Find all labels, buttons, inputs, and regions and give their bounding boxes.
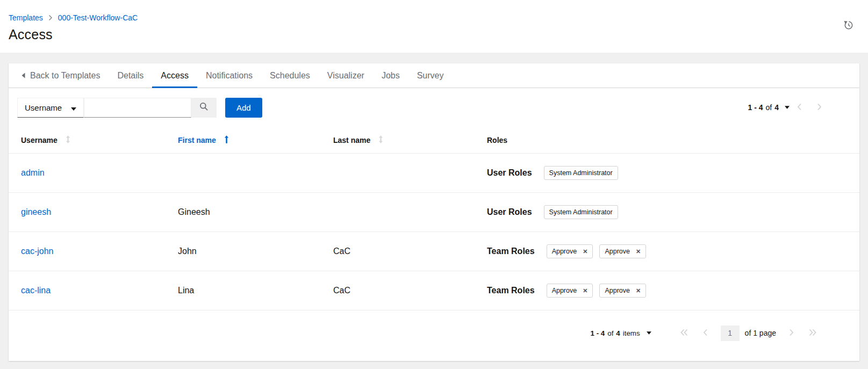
roles-cell: Team Roles Approve ✕ Approve ✕ bbox=[487, 244, 859, 258]
first-name-cell: Lina bbox=[178, 286, 333, 295]
last-name-cell: CaC bbox=[333, 286, 487, 295]
angle-right-icon bbox=[817, 103, 822, 112]
filter-key-select[interactable]: Username bbox=[17, 98, 84, 118]
tab-survey[interactable]: Survey bbox=[408, 63, 453, 88]
table-row: admin User Roles System Administrator bbox=[9, 154, 859, 193]
search-icon bbox=[199, 102, 209, 113]
tab-details[interactable]: Details bbox=[109, 63, 152, 88]
sort-arrows-icon bbox=[378, 135, 384, 145]
angle-double-right-icon bbox=[809, 329, 816, 338]
roles-cell: User Roles System Administrator bbox=[487, 205, 859, 219]
role-chip: Approve ✕ bbox=[599, 284, 646, 298]
toolbar: Username Add 1 - 4 of 4 bbox=[9, 88, 859, 127]
tab-back-to-templates[interactable]: Back to Templates bbox=[13, 63, 109, 88]
table-header-row: Username First name Last name Roles bbox=[9, 127, 859, 154]
tab-visualizer[interactable]: Visualizer bbox=[319, 63, 373, 88]
username-link[interactable]: cac-john bbox=[21, 247, 53, 256]
page-header: Templates 000-Test-Workflow-CaC Access bbox=[0, 0, 868, 53]
breadcrumb: Templates 000-Test-Workflow-CaC bbox=[9, 13, 859, 22]
column-header-first-name[interactable]: First name bbox=[178, 135, 333, 145]
close-icon: ✕ bbox=[583, 287, 587, 294]
first-name-cell: Gineesh bbox=[178, 207, 333, 217]
history-icon bbox=[843, 19, 854, 32]
breadcrumb-link-current-template[interactable]: 000-Test-Workflow-CaC bbox=[58, 13, 138, 22]
username-link[interactable]: admin bbox=[21, 168, 45, 177]
table-row: cac-john John CaC Team Roles Approve ✕ A… bbox=[9, 232, 859, 271]
role-chip: System Administrator bbox=[544, 166, 618, 180]
role-chip: Approve ✕ bbox=[547, 244, 593, 258]
tab-notifications[interactable]: Notifications bbox=[197, 63, 261, 88]
role-chip: System Administrator bbox=[544, 205, 618, 219]
roles-cell: User Roles System Administrator bbox=[487, 166, 859, 180]
pagination-top: 1 - 4 of 4 bbox=[748, 99, 851, 117]
table-row: gineesh Gineesh User Roles System Admini… bbox=[9, 193, 859, 232]
access-panel: Back to Templates Details Access Notific… bbox=[9, 63, 859, 361]
first-name-cell: John bbox=[178, 247, 333, 256]
role-chip: Approve ✕ bbox=[547, 284, 593, 298]
history-button[interactable] bbox=[842, 19, 855, 32]
roles-type-label: User Roles bbox=[487, 207, 532, 217]
column-header-username[interactable]: Username bbox=[9, 135, 178, 145]
table-row: cac-lina Lina CaC Team Roles Approve ✕ A… bbox=[9, 271, 859, 310]
tab-access[interactable]: Access bbox=[152, 63, 197, 88]
search-input[interactable] bbox=[84, 98, 191, 118]
angle-right-icon bbox=[789, 329, 794, 338]
pagination-prev-page-button[interactable] bbox=[695, 324, 715, 342]
roles-cell: Team Roles Approve ✕ Approve ✕ bbox=[487, 284, 859, 298]
pagination-top-prev-button[interactable] bbox=[790, 99, 809, 117]
caret-down-icon bbox=[785, 106, 790, 109]
close-icon: ✕ bbox=[583, 248, 587, 255]
pagination-top-menu-toggle[interactable]: 1 - 4 of 4 bbox=[748, 103, 790, 112]
username-link[interactable]: cac-lina bbox=[21, 286, 51, 295]
breadcrumb-link-templates[interactable]: Templates bbox=[9, 13, 43, 22]
table-footer: 1 - 4 of 4 items bbox=[9, 310, 859, 361]
pagination-bottom: 1 - 4 of 4 items bbox=[591, 324, 824, 342]
tab-bar: Back to Templates Details Access Notific… bbox=[9, 63, 859, 88]
page-count-label: of 1 page bbox=[745, 329, 776, 337]
last-name-cell: CaC bbox=[333, 247, 487, 256]
angle-double-left-icon bbox=[680, 329, 688, 338]
tab-jobs[interactable]: Jobs bbox=[373, 63, 408, 88]
add-button[interactable]: Add bbox=[225, 98, 262, 118]
role-chip: Approve ✕ bbox=[599, 244, 646, 258]
sort-ascending-icon bbox=[224, 135, 229, 145]
caret-left-icon bbox=[21, 71, 25, 81]
column-header-last-name[interactable]: Last name bbox=[333, 135, 487, 145]
pagination-first-page-button[interactable] bbox=[673, 324, 695, 342]
angle-left-icon bbox=[703, 329, 708, 338]
column-header-roles: Roles bbox=[487, 136, 859, 144]
pagination-last-page-button[interactable] bbox=[801, 324, 824, 342]
pagination-bottom-menu-toggle[interactable]: 1 - 4 of 4 items bbox=[591, 329, 651, 337]
caret-down-icon bbox=[647, 331, 651, 335]
close-icon: ✕ bbox=[636, 287, 641, 294]
username-link[interactable]: gineesh bbox=[21, 207, 51, 216]
angle-left-icon bbox=[797, 103, 802, 112]
chip-remove-button[interactable]: ✕ bbox=[583, 288, 587, 294]
pagination-top-next-button[interactable] bbox=[809, 99, 829, 117]
chevron-right-icon bbox=[48, 15, 53, 21]
current-page-input[interactable] bbox=[721, 325, 740, 341]
chip-remove-button[interactable]: ✕ bbox=[636, 249, 641, 255]
chip-remove-button[interactable]: ✕ bbox=[636, 288, 641, 294]
chip-remove-button[interactable]: ✕ bbox=[583, 249, 587, 255]
roles-type-label: Team Roles bbox=[487, 286, 535, 295]
roles-type-label: Team Roles bbox=[487, 247, 535, 256]
search-button[interactable] bbox=[191, 98, 217, 118]
close-icon: ✕ bbox=[636, 248, 641, 255]
page-title: Access bbox=[9, 27, 859, 42]
roles-type-label: User Roles bbox=[487, 168, 532, 178]
tab-schedules[interactable]: Schedules bbox=[261, 63, 319, 88]
caret-down-icon bbox=[71, 103, 76, 112]
sort-arrows-icon bbox=[65, 135, 71, 145]
pagination-next-page-button[interactable] bbox=[781, 324, 801, 342]
